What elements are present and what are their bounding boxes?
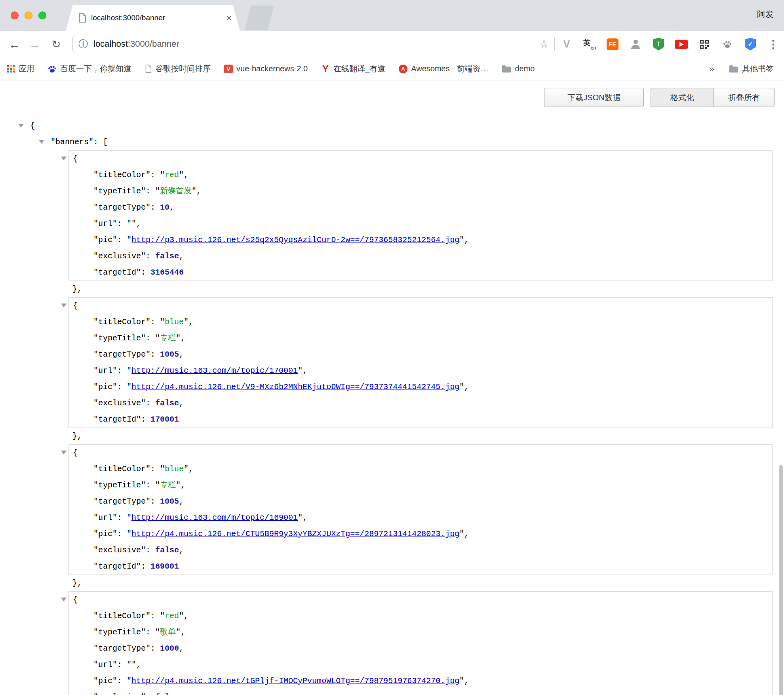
baidu-paw-icon: [48, 65, 57, 73]
json-line: "typeTitle": "专栏",: [69, 477, 772, 493]
json-punctuation: ": [298, 513, 303, 522]
address-bar[interactable]: ⓘ localhost :3000/banner ☆: [72, 35, 555, 53]
json-punctuation: :: [150, 464, 160, 474]
json-line: "pic": "http://p4.music.126.net/CTU5B9R9…: [69, 526, 772, 542]
json-key: "targetType": [93, 203, 150, 212]
collapse-toggle-icon[interactable]: [61, 451, 67, 454]
json-link[interactable]: http://music.163.com/m/topic/169001: [131, 513, 298, 522]
bookmark-apps[interactable]: 应用: [7, 63, 34, 74]
json-punctuation: ": [192, 187, 196, 196]
extension-toolbar: V 英en FE T ✓ ⋮: [559, 31, 781, 57]
json-key: "targetId": [93, 268, 141, 277]
json-key: "pic": [93, 676, 117, 685]
close-window-button[interactable]: [11, 11, 19, 19]
json-key: "exclusive": [93, 399, 146, 408]
json-number: 1000: [160, 644, 179, 653]
bookmark-vue-hackernews[interactable]: V vue-hackernews-2.0: [224, 64, 308, 73]
collapse-toggle-icon[interactable]: [61, 598, 67, 601]
info-icon[interactable]: ⓘ: [78, 38, 88, 50]
browser-tab[interactable]: localhost:3000/banner ×: [66, 5, 240, 31]
json-line: "banners": [: [0, 134, 778, 150]
paw-icon[interactable]: [720, 35, 735, 53]
json-link[interactable]: http://p4.music.126.net/tGPljf-IMOCyPvum…: [131, 676, 459, 685]
url-path: :3000/banner: [128, 39, 179, 49]
download-json-button[interactable]: 下载JSON数据: [544, 88, 644, 107]
security-shield-icon[interactable]: ✓: [743, 35, 758, 53]
bookmark-google-sort[interactable]: 谷歌按时间排序: [145, 63, 211, 74]
youdao-y-icon: Y: [321, 63, 330, 74]
page-icon: [78, 13, 86, 23]
json-link[interactable]: http://p4.music.126.net/CTU5B9R9y3XyYBZX…: [131, 529, 459, 538]
bookmarks-overflow-chevron[interactable]: »: [709, 63, 714, 74]
json-boolean: false: [155, 252, 179, 261]
json-link[interactable]: http://music.163.com/m/topic/170001: [131, 366, 298, 375]
reload-button[interactable]: ↻: [47, 31, 66, 57]
translate-icon[interactable]: 英en: [582, 35, 597, 53]
collapse-toggle-icon[interactable]: [61, 157, 67, 160]
json-punctuation: :: [146, 334, 155, 343]
json-punctuation: ": [459, 529, 464, 538]
bookmark-baidu[interactable]: 百度一下，你就知道: [48, 63, 131, 74]
json-key: "pic": [93, 529, 117, 538]
json-line: "pic": "http://p4.music.126.net/tGPljf-I…: [69, 673, 772, 689]
json-string: red: [165, 170, 179, 179]
scrollbar-thumb[interactable]: [779, 465, 783, 695]
json-number: 10: [160, 203, 169, 212]
json-string: blue: [165, 464, 184, 474]
youtube-icon[interactable]: [674, 35, 689, 53]
forward-button[interactable]: →: [25, 31, 44, 57]
browser-menu-icon[interactable]: ⋮: [766, 35, 781, 53]
json-punctuation: :: [150, 350, 160, 359]
json-line: "titleColor": "red",: [69, 608, 772, 624]
folder-icon: [502, 65, 511, 73]
other-bookmarks-folder[interactable]: 其他书签: [729, 63, 774, 74]
json-punctuation: :: [146, 546, 155, 555]
collapse-toggle-icon[interactable]: [61, 304, 67, 307]
close-tab-icon[interactable]: ×: [226, 13, 232, 23]
format-button[interactable]: 格式化: [651, 88, 714, 107]
zoom-window-button[interactable]: [38, 11, 46, 19]
fehelper-icon[interactable]: FE: [605, 35, 620, 53]
json-link[interactable]: http://p4.music.126.net/V9-MXz6b2MNhEKju…: [131, 382, 459, 391]
new-tab-button[interactable]: [245, 6, 274, 30]
minimize-window-button[interactable]: [25, 11, 32, 19]
json-link[interactable]: http://p3.music.126.net/s25q2x5QyqsAzilC…: [131, 235, 459, 244]
json-punctuation: :: [150, 611, 160, 621]
json-number: 169001: [150, 562, 179, 571]
json-line: "url": "",: [69, 657, 772, 673]
json-object-box: {"titleColor": "red","typeTitle": "新碟首发"…: [69, 150, 773, 281]
json-key: "pic": [93, 235, 117, 244]
bookmark-demo-folder[interactable]: demo: [502, 64, 535, 73]
collapse-all-button[interactable]: 折叠所有: [714, 88, 774, 107]
json-key: "typeTitle": [93, 334, 146, 343]
json-punctuation: ": [459, 235, 464, 244]
vue-devtools-icon[interactable]: V: [559, 35, 574, 53]
json-punctuation: ,: [181, 628, 185, 637]
json-punctuation: ,: [184, 170, 188, 179]
json-object-box: {"titleColor": "blue","typeTitle": "专栏",…: [69, 297, 773, 428]
bookmark-star-icon[interactable]: ☆: [539, 38, 549, 50]
back-button[interactable]: ←: [5, 31, 24, 57]
json-punctuation: :: [117, 660, 127, 669]
json-punctuation: ": [127, 676, 131, 685]
json-boolean: false: [155, 546, 179, 555]
json-punctuation: ,: [196, 187, 201, 196]
json-punctuation: ,: [169, 203, 174, 212]
bookmark-youdao[interactable]: Y 在线翻译_有道: [321, 63, 385, 74]
tampermonkey-shield-icon[interactable]: T: [651, 35, 666, 53]
json-punctuation: : [: [93, 137, 108, 147]
json-punctuation: ": [459, 382, 464, 391]
user-group-icon[interactable]: [628, 35, 643, 53]
json-key: "url": [93, 513, 117, 522]
profile-name[interactable]: 阿发: [757, 9, 774, 20]
tab-title: localhost:3000/banner: [91, 13, 226, 22]
json-punctuation: ": [184, 317, 188, 326]
collapse-toggle-icon[interactable]: [39, 140, 44, 144]
json-punctuation: :: [150, 497, 160, 506]
bookmark-awesomes[interactable]: A Awesomes - 前端资…: [399, 63, 488, 74]
json-key: "typeTitle": [93, 481, 146, 490]
json-key: "titleColor": [93, 611, 150, 621]
json-line: "pic": "http://p4.music.126.net/V9-MXz6b…: [69, 379, 772, 395]
collapse-toggle-icon[interactable]: [18, 124, 24, 128]
qr-code-icon[interactable]: [697, 35, 712, 53]
